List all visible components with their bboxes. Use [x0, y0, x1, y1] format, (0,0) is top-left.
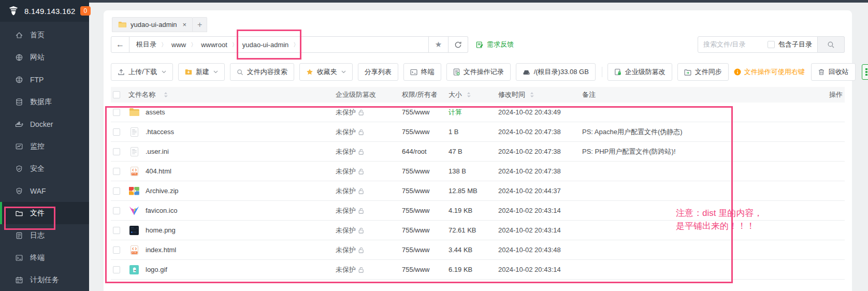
right-click-hint-text: 文件操作可使用右键 — [744, 67, 805, 77]
row-checkbox[interactable] — [113, 168, 120, 175]
folder-tab-icon — [118, 21, 126, 28]
table-row[interactable]: HTML404.html未保护755/www138 B2024-10-02 20… — [111, 162, 845, 181]
file-size: 47 B — [449, 148, 462, 155]
toolbar-button-企业级防篡改[interactable]: 企业级防篡改 — [607, 63, 672, 81]
sidebar-item-Docker[interactable]: Docker — [0, 113, 89, 135]
sort-size-icon[interactable] — [467, 92, 471, 97]
row-checkbox[interactable] — [113, 266, 120, 273]
search-icon — [827, 41, 835, 49]
toolbar-button-label: 文件内容搜索 — [247, 67, 287, 77]
sort-name-icon[interactable] — [164, 92, 168, 97]
panel-logo-icon — [7, 5, 20, 17]
sidebar-item-FTP[interactable]: FTP — [0, 68, 89, 91]
row-checkbox[interactable] — [113, 148, 120, 155]
sidebar-item-label: 日志 — [30, 231, 45, 240]
select-all-checkbox[interactable] — [113, 91, 120, 98]
breadcrumb-item-根目录[interactable]: 根目录 — [136, 40, 156, 49]
ftp-icon — [15, 76, 23, 84]
toolbar-button-文件内容搜索[interactable]: 文件内容搜索 — [230, 63, 294, 81]
sidebar-item-计划任务[interactable]: 计划任务 — [0, 269, 89, 291]
file-name[interactable]: Archive.zip — [146, 187, 179, 195]
new-tab-button[interactable]: + — [193, 17, 207, 32]
file-name[interactable]: .user.ini — [146, 148, 169, 155]
sidebar-item-label: FTP — [30, 76, 44, 84]
toolbar-divider — [602, 67, 602, 77]
table-row[interactable]: .user.ini未保护644/root47 B2024-10-02 20:47… — [111, 142, 845, 162]
unlock-icon — [358, 188, 364, 194]
file-name[interactable]: logo.gif — [146, 266, 167, 273]
sidebar-item-label: 监控 — [30, 142, 45, 151]
file-name[interactable]: .htaccess — [146, 128, 174, 136]
breadcrumb-item-wwwroot[interactable]: wwwroot — [201, 41, 227, 49]
sidebar-item-WAF[interactable]: WAF — [0, 180, 89, 202]
unlock-icon — [358, 227, 364, 234]
header-size[interactable]: 大小 — [449, 90, 462, 99]
toolbar-button-分享列表[interactable]: 分享列表 — [358, 63, 398, 81]
file-name[interactable]: 404.html — [146, 167, 171, 175]
refresh-icon — [454, 41, 462, 49]
table-row[interactable]: home.png未保护755/www72.61 KB2024-10-02 20:… — [111, 221, 845, 240]
text-file-icon — [131, 127, 138, 137]
sidebar-item-数据库[interactable]: 数据库 — [0, 91, 89, 113]
row-checkbox[interactable] — [113, 187, 120, 195]
row-checkbox[interactable] — [113, 128, 120, 136]
toolbar-button-新建[interactable]: 新建 — [178, 63, 225, 81]
sidebar-item-文件[interactable]: 文件 — [0, 202, 89, 224]
disk-icon — [523, 69, 530, 76]
list-view-button[interactable] — [862, 64, 868, 80]
sidebar-item-label: 安全 — [30, 164, 45, 173]
home-icon — [15, 31, 23, 39]
back-button[interactable]: ← — [111, 36, 129, 53]
toolbar-button-文件同步[interactable]: 文件同步 — [677, 63, 729, 81]
breadcrumb-separator: 〉 — [191, 41, 196, 49]
header-mtime[interactable]: 修改时间 — [498, 91, 525, 98]
toolbar-button-收藏夹[interactable]: 收藏夹 — [299, 63, 353, 81]
table-row[interactable]: logo.gif未保护755/www6.19 KB2024-10-02 20:4… — [111, 260, 845, 280]
breadcrumb-item-www[interactable]: www — [171, 41, 186, 49]
sidebar-item-终端[interactable]: 终端 — [0, 246, 89, 269]
file-size: 6.19 KB — [449, 266, 472, 273]
tab-yudao-ui-admin[interactable]: yudao-ui-admin × — [112, 17, 193, 32]
recycle-bin-button[interactable]: 回收站 — [811, 63, 856, 81]
sidebar-item-label: 数据库 — [30, 97, 52, 107]
row-checkbox[interactable] — [113, 207, 120, 214]
table-row[interactable]: favicon.ico未保护755/www4.19 KB2024-10-02 2… — [111, 201, 845, 221]
header-file-name[interactable]: 文件名称 — [128, 90, 155, 99]
search-input[interactable]: 搜索文件/目录 包含子目录 — [698, 36, 818, 53]
toolbar-button-label: 收藏夹 — [317, 67, 337, 77]
terminal-icon — [15, 254, 23, 262]
row-checkbox[interactable] — [113, 109, 120, 116]
sidebar-item-网站[interactable]: 网站 — [0, 46, 89, 68]
row-checkbox[interactable] — [113, 227, 120, 234]
refresh-button[interactable] — [449, 36, 468, 53]
sidebar-item-日志[interactable]: 日志 — [0, 224, 89, 246]
table-row[interactable]: HTMLindex.html未保护755/www3.44 KB2024-10-0… — [111, 240, 845, 260]
tab-close-icon[interactable]: × — [183, 21, 187, 28]
file-name[interactable]: favicon.ico — [146, 207, 177, 214]
file-name[interactable]: home.png — [146, 226, 176, 234]
size-calc-link[interactable]: 计算 — [449, 108, 462, 117]
sort-mtime-icon[interactable] — [530, 92, 534, 97]
feedback-link[interactable]: 需求反馈 — [476, 40, 514, 49]
toolbar-button-终端[interactable]: 终端 — [403, 63, 441, 81]
breadcrumb-item-yudao-ui-admin[interactable]: yudao-ui-admin — [242, 41, 289, 49]
include-subdir-checkbox[interactable] — [768, 41, 775, 48]
toolbar-button-上传/下载[interactable]: 上传/下载 — [111, 63, 173, 81]
table-row[interactable]: assets未保护755/www计算2024-10-02 20:43:49 — [111, 103, 845, 122]
sidebar-item-监控[interactable]: 监控 — [0, 135, 89, 157]
file-name[interactable]: index.html — [146, 246, 176, 254]
table-header: 文件名称 企业级防篡改 权限/所有者 大小 修改时间 备注 操作 — [111, 87, 845, 103]
server-header[interactable]: 8.149.143.162 0 — [0, 0, 89, 22]
toolbar-button-文件操作记录[interactable]: 文件操作记录 — [446, 63, 511, 81]
caret-down-icon — [213, 70, 218, 74]
sidebar-item-安全[interactable]: 安全 — [0, 157, 89, 180]
table-row[interactable]: Archive.zip未保护755/www12.85 MB2024-10-02 … — [111, 181, 845, 201]
table-row[interactable]: .htaccess未保护755/www1 B2024-10-02 20:47:3… — [111, 122, 845, 142]
sidebar-item-首页[interactable]: 首页 — [0, 24, 89, 46]
favorite-path-button[interactable]: ★ — [429, 36, 449, 53]
row-checkbox[interactable] — [113, 246, 120, 254]
toolbar-button-/(根目录)33.08 GB[interactable]: /(根目录)33.08 GB — [516, 63, 596, 81]
search-button[interactable] — [818, 36, 845, 53]
toolbar-button-label: 上传/下载 — [128, 67, 157, 77]
file-name[interactable]: assets — [146, 108, 165, 116]
